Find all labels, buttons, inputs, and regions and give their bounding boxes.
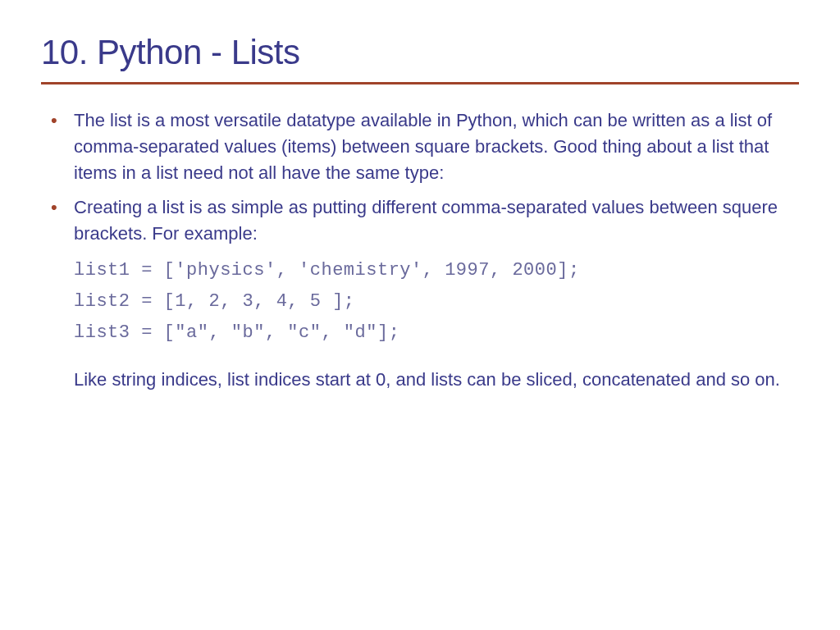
slide-content: • The list is a most versatile datatype … <box>41 107 799 393</box>
code-block: list1 = ['physics', 'chemistry', 1997, 2… <box>51 255 799 349</box>
slide-title: 10. Python - Lists <box>41 33 799 72</box>
title-divider <box>41 82 799 84</box>
bullet-text: The list is a most versatile datatype av… <box>74 107 799 186</box>
bullet-item: • Creating a list is as simple as puttin… <box>51 194 799 247</box>
bullet-text: Creating a list is as simple as putting … <box>74 194 799 247</box>
code-line: list3 = ["a", "b", "c", "d"]; <box>51 317 799 349</box>
code-line: list2 = [1, 2, 3, 4, 5 ]; <box>51 286 799 317</box>
bullet-item: • The list is a most versatile datatype … <box>51 107 799 186</box>
bullet-marker: • <box>51 194 74 221</box>
footer-paragraph: Like string indices, list indices start … <box>51 367 799 393</box>
code-line: list1 = ['physics', 'chemistry', 1997, 2… <box>51 255 799 286</box>
bullet-marker: • <box>51 107 74 134</box>
